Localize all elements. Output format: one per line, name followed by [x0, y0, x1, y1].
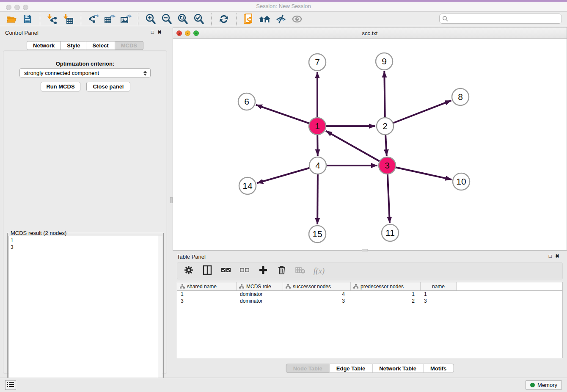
tab-style[interactable]: Style	[61, 41, 86, 50]
table-settings-button[interactable]	[183, 265, 194, 276]
status-bar: Memory	[0, 378, 567, 392]
column-header-shared-name[interactable]: shared name	[177, 282, 237, 290]
control-panel: Control Panel □✖ Network Style Select MC…	[0, 27, 170, 377]
graph-node-label-14: 14	[242, 181, 253, 190]
graph-edge-4-14[interactable]	[257, 168, 311, 183]
control-panel-tabs: Network Style Select MCDS	[27, 41, 143, 50]
search-input[interactable]	[450, 14, 561, 23]
checked-boxes-icon	[221, 267, 231, 275]
export-table-button[interactable]	[102, 13, 118, 25]
float-panel-icon[interactable]: □	[151, 29, 157, 35]
table-row[interactable]: 1 dominator 4 1 1	[177, 291, 562, 298]
column-header-successor-nodes[interactable]: successor nodes	[283, 282, 351, 290]
task-history-button[interactable]	[5, 380, 16, 390]
eye-icon	[291, 14, 303, 24]
gear-icon	[184, 265, 193, 276]
graph-edge-2-3[interactable]	[385, 134, 387, 156]
toolbar-separator	[211, 13, 212, 25]
open-folder-icon	[6, 14, 17, 24]
graph-edge-3-11[interactable]	[388, 173, 390, 223]
open-file-button[interactable]	[3, 13, 19, 25]
copy-network-button[interactable]	[241, 13, 257, 25]
network-graph[interactable]: 7968124314101511	[173, 39, 567, 250]
plus-icon	[259, 266, 267, 276]
show-panels-button[interactable]	[289, 13, 305, 25]
show-columns-button[interactable]	[202, 265, 213, 276]
tab-mcds[interactable]: MCDS	[115, 41, 143, 50]
deselect-all-rows-button[interactable]	[239, 265, 250, 276]
network-window-title: scc.txt	[173, 30, 567, 36]
zoom-out-button[interactable]	[159, 13, 175, 25]
control-panel-title: Control Panel	[5, 30, 39, 36]
optimization-criterion-label: Optimization criterion:	[3, 61, 167, 67]
import-network-button[interactable]	[44, 13, 61, 25]
add-column-button[interactable]	[258, 265, 269, 276]
cell-name: 1	[421, 291, 457, 298]
export-image-button[interactable]	[118, 13, 134, 25]
delete-column-button[interactable]	[276, 265, 287, 276]
graph-edge-1-4[interactable]	[317, 134, 318, 156]
columns-icon	[203, 265, 212, 277]
select-all-rows-button[interactable]	[220, 265, 231, 276]
fx-icon: f(x)	[314, 266, 325, 276]
close-panel-icon[interactable]: ✖	[157, 29, 165, 35]
table-toolbar: f(x)	[177, 262, 563, 279]
zoom-out-icon	[161, 14, 172, 25]
float-table-panel-icon[interactable]: □	[549, 253, 555, 259]
zoom-in-button[interactable]	[143, 13, 159, 25]
table-row[interactable]: 3 dominator 3 2 3	[177, 298, 562, 304]
mcds-result-text[interactable]: 1 3	[8, 236, 162, 392]
node-table[interactable]: shared name MCDS role successor nodes pr…	[177, 282, 563, 358]
hierarchy-icon	[239, 284, 244, 289]
graph-edge-3-1[interactable]	[326, 131, 380, 162]
search-box[interactable]	[439, 14, 562, 24]
table-tabs: Node Table Edge Table Network Table Moti…	[286, 364, 454, 373]
search-icon	[442, 16, 448, 22]
function-builder-button[interactable]: f(x)	[314, 265, 325, 276]
graph-edge-3-10[interactable]	[395, 167, 452, 179]
zoom-fit-button[interactable]	[175, 13, 191, 25]
toolbar-separator	[138, 13, 138, 25]
export-image-icon	[120, 14, 132, 25]
hide-panels-button[interactable]	[273, 13, 289, 25]
run-mcds-button[interactable]: Run MCDS	[41, 82, 80, 91]
delete-table-button[interactable]	[295, 265, 306, 276]
save-session-button[interactable]	[19, 13, 36, 25]
titlebar-accent-strip	[0, 0, 567, 2]
tab-edge-table[interactable]: Edge Table	[330, 364, 372, 373]
export-network-icon	[88, 14, 99, 25]
tab-select[interactable]: Select	[86, 41, 115, 50]
zoom-selected-button[interactable]	[191, 13, 207, 25]
table-panel: Table Panel □✖ f(x) shared name MCDS rol…	[173, 251, 567, 377]
graph-edge-2-9[interactable]	[384, 71, 385, 119]
graph-edge-4-15[interactable]	[317, 173, 318, 224]
column-header-predecessor-nodes[interactable]: predecessor nodes	[351, 282, 421, 290]
memory-button[interactable]: Memory	[526, 380, 562, 390]
graph-edge-1-6[interactable]	[256, 105, 310, 124]
tab-motifs[interactable]: Motifs	[424, 364, 454, 373]
network-window-titlebar[interactable]: x - + scc.txt	[173, 28, 567, 39]
home-button[interactable]	[257, 13, 273, 25]
import-network-icon	[47, 14, 58, 25]
graph-node-label-10: 10	[456, 177, 466, 186]
tab-node-table[interactable]: Node Table	[286, 364, 330, 373]
column-header-mcds-role[interactable]: MCDS role	[237, 282, 283, 290]
apply-layout-button[interactable]	[216, 13, 232, 25]
graph-edge-2-8[interactable]	[392, 100, 451, 123]
tab-network[interactable]: Network	[27, 41, 61, 50]
network-canvas[interactable]: 7968124314101511	[173, 39, 567, 250]
eye-slash-icon	[275, 14, 287, 24]
tab-network-table[interactable]: Network Table	[372, 364, 424, 373]
close-panel-button[interactable]: Close panel	[86, 82, 130, 91]
result-scrollbar[interactable]	[158, 236, 162, 392]
export-network-button[interactable]	[85, 13, 102, 25]
toolbar-separator	[81, 13, 81, 25]
list-icon	[7, 381, 14, 389]
close-table-panel-icon[interactable]: ✖	[555, 253, 563, 259]
column-header-name[interactable]: name	[421, 282, 457, 290]
unchecked-boxes-icon	[239, 267, 250, 275]
memory-status-icon	[530, 383, 535, 387]
refresh-icon	[218, 14, 229, 25]
import-table-button[interactable]	[61, 13, 77, 25]
criterion-dropdown[interactable]: strongly connected component	[19, 68, 151, 77]
